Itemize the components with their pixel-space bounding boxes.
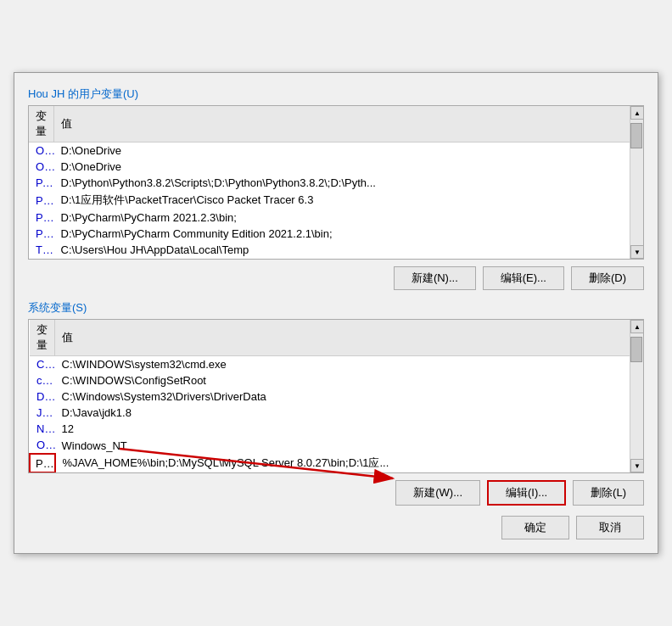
ok-button[interactable]: 确定 <box>501 516 569 539</box>
user-table-scrollbar[interactable]: ▲ ▼ <box>630 106 643 259</box>
environment-variables-dialog: Hou JH 的用户变量(U) 变量 值 OneDriveD:\OneDrive… <box>14 72 658 554</box>
sys-table-row[interactable]: NUMBER_OF_PROCESSORS12 <box>30 421 643 437</box>
user-new-button[interactable]: 新建(N)... <box>394 266 476 290</box>
scrollbar-thumb[interactable] <box>630 123 642 148</box>
user-table-row[interactable]: PT6HOMED:\1应用软件\PacketTracer\Cisco Packe… <box>29 191 643 210</box>
user-col-var: 变量 <box>29 106 54 143</box>
user-variables-section: Hou JH 的用户变量(U) 变量 值 OneDriveD:\OneDrive… <box>28 87 644 290</box>
sys-delete-button[interactable]: 删除(L) <box>573 480 644 506</box>
sys-table-row[interactable]: DriverDataC:\Windows\System32\Drivers\Dr… <box>30 388 643 405</box>
sys-table-scrollbar[interactable]: ▲ ▼ <box>630 320 643 472</box>
sys-new-button[interactable]: 新建(W)... <box>395 480 480 506</box>
scrollbar-down-icon[interactable]: ▼ <box>630 245 643 259</box>
user-table-row[interactable]: PyCharmD:\PyCharm\PyCharm 2021.2.3\bin; <box>29 210 643 226</box>
user-variables-table: 变量 值 OneDriveD:\OneDriveOneDriveConsumer… <box>29 106 643 259</box>
user-section-title: Hou JH 的用户变量(U) <box>28 87 644 102</box>
scrollbar-track <box>630 120 643 245</box>
sys-edit-button[interactable]: 编辑(I)... <box>487 480 566 506</box>
user-edit-button[interactable]: 编辑(E)... <box>483 266 564 290</box>
sys-scrollbar-down-icon[interactable]: ▼ <box>630 459 643 472</box>
sys-button-row: 新建(W)... 编辑(I)... 删除(L) <box>28 480 644 506</box>
cancel-button[interactable]: 取消 <box>576 516 644 539</box>
sys-table-row[interactable]: ComSpecC:\WINDOWS\system32\cmd.exe <box>30 356 643 373</box>
user-button-row: 新建(N)... 编辑(E)... 删除(D) <box>28 266 644 290</box>
sys-scrollbar-track <box>630 333 643 459</box>
system-variables-section: 系统变量(S) 变量 值 ComSpecC:\WINDOWS\system32\… <box>28 300 644 506</box>
user-table-row[interactable]: PATHD:\Python\Python3.8.2\Scripts\;D:\Py… <box>29 175 643 191</box>
scrollbar-up-icon[interactable]: ▲ <box>630 106 643 120</box>
bottom-button-row: 确定 取消 <box>28 516 644 539</box>
user-delete-button[interactable]: 删除(D) <box>571 266 644 290</box>
user-table-row[interactable]: TMPC:\Users\Hou JH\App... <box>29 258 643 259</box>
user-table-row[interactable]: TEMPC:\Users\Hou JH\AppData\Local\Temp <box>29 242 643 258</box>
user-table-row[interactable]: OneDriveD:\OneDrive <box>29 143 643 159</box>
sys-table-row[interactable]: Path%JAVA_HOME%\bin;D:\MySQL\MySQL Serve… <box>30 454 643 472</box>
sys-col-var: 变量 <box>30 320 55 356</box>
system-variables-table: 变量 值 ComSpecC:\WINDOWS\system32\cmd.exec… <box>29 320 643 472</box>
sys-scrollbar-thumb[interactable] <box>630 337 642 362</box>
system-variables-table-container: 变量 值 ComSpecC:\WINDOWS\system32\cmd.exec… <box>28 319 644 473</box>
user-table-row[interactable]: OneDriveConsumerD:\OneDrive <box>29 159 643 175</box>
sys-col-val: 值 <box>55 320 644 356</box>
user-variables-table-container: 变量 值 OneDriveD:\OneDriveOneDriveConsumer… <box>28 105 644 260</box>
sys-table-row[interactable]: JAVA_HOMED:\Java\jdk1.8 <box>30 405 643 421</box>
user-table-row[interactable]: PyCharm Community EditionD:\PyCharm\PyCh… <box>29 226 643 242</box>
sys-scrollbar-up-icon[interactable]: ▲ <box>630 320 643 333</box>
system-section-title: 系统变量(S) <box>28 300 644 316</box>
sys-table-row[interactable]: configsetrootC:\WINDOWS\ConfigSetRoot <box>30 372 643 388</box>
user-col-val: 值 <box>54 106 644 143</box>
sys-table-row[interactable]: OSWindows_NT <box>30 437 643 454</box>
